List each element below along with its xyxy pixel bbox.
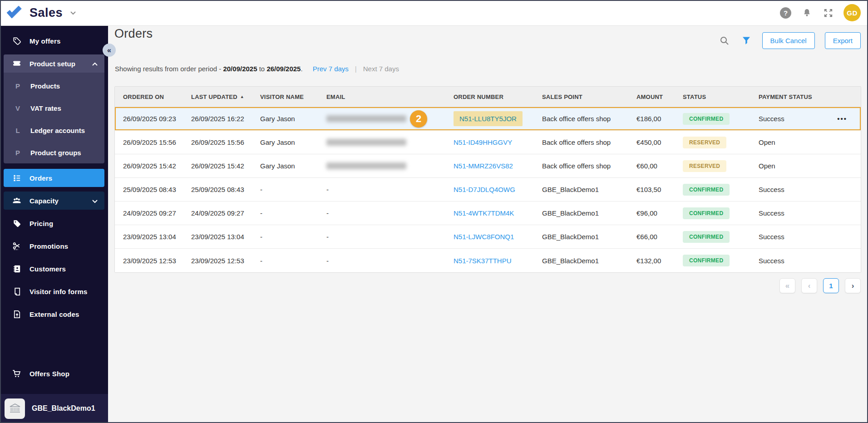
- table-row[interactable]: 26/09/2025 15:5626/09/2025 15:56Gary Jas…: [115, 131, 861, 154]
- sidebar-item-offers-shop[interactable]: Offers Shop: [0, 364, 108, 383]
- cell-status: CONFIRMED: [683, 184, 759, 196]
- table-row[interactable]: 23/09/2025 12:5323/09/2025 12:53--N51-7S…: [115, 249, 861, 272]
- cell-order-number[interactable]: N51-D7JDLQ4OWG: [454, 186, 542, 193]
- order-number-link[interactable]: N51-LJWC8FONQ1: [454, 233, 514, 241]
- column-header-status[interactable]: STATUS: [683, 93, 759, 100]
- sidebar-item-label: Ledger accounts: [30, 127, 85, 134]
- sidebar-item-promotions[interactable]: Promotions: [0, 237, 108, 255]
- column-header-payment-status[interactable]: PAYMENT STATUS: [759, 93, 861, 100]
- sidebar-item-label: Capacity: [30, 197, 59, 205]
- sidebar-item-external-codes[interactable]: External codes: [0, 305, 108, 323]
- cell-payment-status-menu: Success: [759, 257, 861, 265]
- cell-amount: €96,00: [636, 209, 683, 217]
- sidebar-item-label: Customers: [30, 265, 66, 273]
- table-row[interactable]: 24/09/2025 09:2724/09/2025 09:27--N51-4W…: [115, 202, 861, 225]
- sidebar-item-customers[interactable]: Customers: [0, 260, 108, 278]
- column-header-order-number[interactable]: ORDER NUMBER: [454, 93, 542, 100]
- table-row[interactable]: 26/09/2025 15:4226/09/2025 15:42Gary Jas…: [115, 154, 861, 178]
- cell-order-number[interactable]: N51-4WTK7TDM4K: [454, 209, 542, 217]
- sidebar-item-label: Offers Shop: [30, 370, 69, 378]
- bulk-cancel-button[interactable]: Bulk Cancel: [762, 32, 815, 49]
- column-header-ordered-on[interactable]: ORDERED ON: [123, 93, 191, 100]
- cell-amount: €186,00: [636, 115, 683, 123]
- sidebar-item-pricing[interactable]: Pricing: [0, 214, 108, 232]
- cell-payment-status: Open: [759, 162, 775, 170]
- sidebar-item-ledger-accounts[interactable]: L Ledger accounts: [4, 121, 104, 139]
- help-icon[interactable]: ?: [780, 7, 791, 19]
- sidebar-item-products[interactable]: P Products: [4, 77, 104, 95]
- sidebar-item-my-offers[interactable]: My offers: [0, 32, 108, 50]
- table-row[interactable]: 26/09/2025 09:2326/09/2025 16:22Gary Jas…: [115, 107, 861, 131]
- sidebar-item-label: Product setup: [30, 60, 75, 68]
- column-header-sales-point[interactable]: SALES POINT: [542, 93, 636, 100]
- status-badge: CONFIRMED: [683, 184, 730, 196]
- row-actions-menu-icon[interactable]: •••: [784, 115, 861, 123]
- form-icon: [12, 287, 22, 296]
- column-header-amount[interactable]: AMOUNT: [636, 93, 683, 100]
- cell-visitor-name: Gary Jason: [260, 162, 326, 170]
- cell-ordered-on: 26/09/2025 15:42: [123, 162, 191, 170]
- search-icon[interactable]: [719, 35, 730, 47]
- cell-order-number[interactable]: N51-7SK37TTHPU: [454, 257, 542, 265]
- cell-amount: €103,50: [636, 186, 683, 193]
- account-switcher[interactable]: GBE_BlackDemo1: [0, 394, 108, 423]
- cell-payment-status-menu: Open: [759, 162, 861, 170]
- sidebar-item-visitor-info-forms[interactable]: Visitor info forms: [0, 282, 108, 300]
- order-number-link[interactable]: N51-4WTK7TDM4K: [454, 209, 514, 217]
- notifications-bell-icon[interactable]: [801, 7, 813, 19]
- cell-last-updated: 25/09/2025 08:43: [191, 186, 260, 193]
- cell-email: [326, 115, 454, 122]
- pagination-first-button[interactable]: «: [779, 278, 795, 293]
- sidebar-item-capacity[interactable]: Capacity: [4, 192, 104, 210]
- filter-icon[interactable]: [740, 35, 752, 47]
- pagination-page-1-button[interactable]: 1: [823, 278, 839, 293]
- sidebar-collapse-button[interactable]: «: [103, 44, 116, 57]
- cell-status: RESERVED: [683, 137, 759, 148]
- pagination-next-button[interactable]: ›: [845, 278, 861, 293]
- table-row[interactable]: 25/09/2025 08:4325/09/2025 08:43--N51-D7…: [115, 178, 861, 202]
- cell-sales-point: GBE_BlackDemo1: [542, 186, 636, 193]
- next-7-days-link[interactable]: Next 7 days: [363, 65, 399, 73]
- sidebar-item-product-setup[interactable]: Product setup: [4, 54, 104, 73]
- order-number-link[interactable]: N51-LLU8TY5JOR: [454, 111, 523, 126]
- column-header-email[interactable]: EMAIL: [326, 93, 454, 100]
- table-row[interactable]: 23/09/2025 13:0423/09/2025 13:04--N51-LJ…: [115, 225, 861, 249]
- main-content: Orders Bulk Cancel Export Showing result…: [108, 26, 868, 423]
- cell-ordered-on: 23/09/2025 13:04: [123, 233, 191, 241]
- order-number-link[interactable]: N51-MMRZ26VS82: [454, 162, 513, 170]
- avatar[interactable]: GD: [843, 4, 861, 21]
- app-switcher-chevron-icon[interactable]: [70, 9, 76, 17]
- cell-email: -: [326, 186, 454, 193]
- period-summary: Showing results from order period - 20/0…: [115, 65, 399, 73]
- export-button[interactable]: Export: [825, 32, 861, 49]
- cell-visitor-name: -: [260, 257, 326, 265]
- cell-payment-status: Success: [759, 257, 784, 265]
- cell-amount: €450,00: [636, 138, 683, 146]
- pagination-prev-button[interactable]: ‹: [801, 278, 817, 293]
- cell-last-updated: 26/09/2025 15:56: [191, 138, 260, 146]
- cell-order-number[interactable]: N51-ID49HHGGVY: [454, 138, 542, 146]
- cell-order-number[interactable]: N51-MMRZ26VS82: [454, 162, 542, 170]
- cell-order-number[interactable]: N51-LLU8TY5JOR: [454, 115, 542, 123]
- order-list-icon: [12, 173, 22, 183]
- column-header-last-updated[interactable]: LAST UPDATED▲: [191, 93, 260, 100]
- cell-last-updated: 26/09/2025 16:22: [191, 115, 260, 123]
- chevron-down-icon: [92, 197, 98, 205]
- sidebar-item-label: VAT rates: [30, 104, 61, 112]
- order-number-link[interactable]: N51-7SK37TTHPU: [454, 257, 512, 265]
- order-number-link[interactable]: N51-ID49HHGGVY: [454, 138, 512, 146]
- cell-visitor-name: -: [260, 233, 326, 241]
- table-header-row: ORDERED ONLAST UPDATED▲VISITOR NAMEEMAIL…: [115, 87, 861, 107]
- pagination: « ‹ 1 ›: [779, 278, 861, 293]
- cell-ordered-on: 26/09/2025 09:23: [123, 115, 191, 123]
- sidebar-item-vat-rates[interactable]: V VAT rates: [4, 99, 104, 117]
- prev-7-days-link[interactable]: Prev 7 days: [313, 65, 349, 73]
- order-number-link[interactable]: N51-D7JDLQ4OWG: [454, 186, 515, 193]
- fullscreen-icon[interactable]: [822, 7, 834, 19]
- sidebar-item-orders[interactable]: Orders: [4, 169, 104, 187]
- cell-sales-point: Back office offers shop: [542, 115, 636, 123]
- cell-order-number[interactable]: N51-LJWC8FONQ1: [454, 233, 542, 241]
- sidebar-item-label: Orders: [30, 174, 52, 182]
- sidebar-item-product-groups[interactable]: P Product groups: [4, 143, 104, 162]
- column-header-visitor-name[interactable]: VISITOR NAME: [260, 93, 326, 100]
